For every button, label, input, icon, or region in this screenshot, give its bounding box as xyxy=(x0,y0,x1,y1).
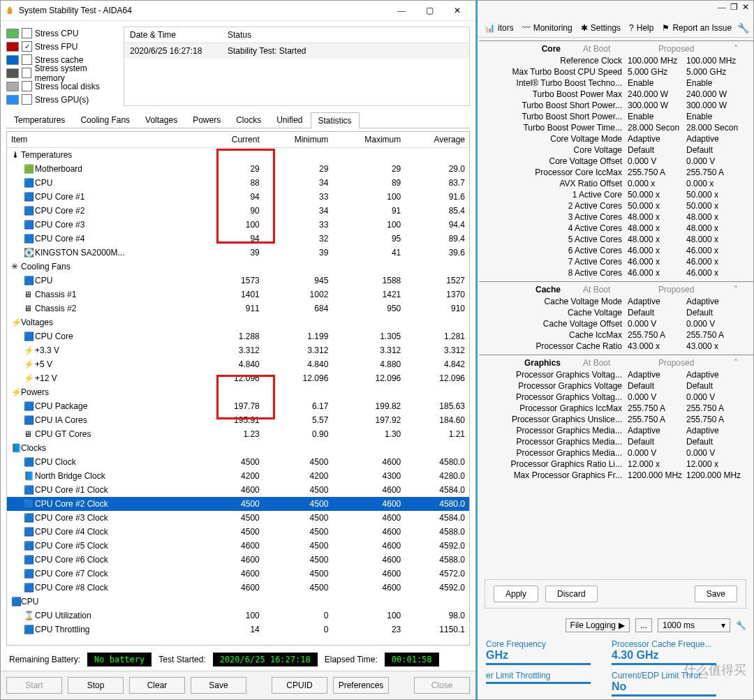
data-row[interactable]: 🟦CPU Core #5 Clock 4600450046004592.0 xyxy=(7,539,469,553)
data-row[interactable]: 🟦CPU Core #1 Clock 4600450046004584.0 xyxy=(7,483,469,497)
tab-cooling-fans[interactable]: Cooling Fans xyxy=(73,112,138,128)
close-button[interactable]: ✕ xyxy=(443,2,471,19)
preferences-button[interactable]: Preferences xyxy=(333,677,389,694)
setting-row[interactable]: Turbo Boost Power Max240.000 W240.000 W xyxy=(479,89,753,100)
col-average[interactable]: Average xyxy=(405,132,469,148)
setting-row[interactable]: 6 Active Cores46.000 x46.000 x xyxy=(479,245,753,256)
apply-button[interactable]: Apply xyxy=(494,586,538,602)
collapse-icon[interactable]: ˄ xyxy=(734,358,741,368)
data-row[interactable]: 🟦CPU 157394515881527 xyxy=(7,274,469,288)
setting-row[interactable]: Processor Graphics Voltag...AdaptiveAdap… xyxy=(479,369,753,380)
data-row[interactable]: 🟦CPU Core #4 Clock 4500450046004588.0 xyxy=(7,525,469,539)
setting-row[interactable]: 5 Active Cores48.000 x48.000 x xyxy=(479,234,753,245)
xtu-close-button[interactable]: ✕ xyxy=(742,2,749,17)
setting-row[interactable]: Turbo Boost Power Time...28.000 Secon28.… xyxy=(479,122,753,133)
file-logging-toggle[interactable]: File Logging▶ xyxy=(566,618,630,632)
data-row[interactable]: 🟦CPU Core #2 Clock 4500450046004580.0 xyxy=(7,497,469,511)
col-maximum[interactable]: Maximum xyxy=(332,132,405,148)
setting-row[interactable]: Cache VoltageDefaultDefault xyxy=(479,307,753,318)
setting-row[interactable]: Max Processor Graphics Fr...1200.000 MHz… xyxy=(479,470,753,481)
minimize-button[interactable]: — xyxy=(387,2,415,19)
setting-row[interactable]: 1 Active Core50.000 x50.000 x xyxy=(479,189,753,200)
statistics-grid[interactable]: ItemCurrentMinimumMaximumAverage🌡Tempera… xyxy=(6,131,470,646)
stress-checkbox[interactable] xyxy=(22,81,32,91)
setting-row[interactable]: 4 Active Cores48.000 x48.000 x xyxy=(479,223,753,234)
setting-row[interactable]: Processor Graphics VoltageDefaultDefault xyxy=(479,380,753,392)
setting-row[interactable]: Processor Core IccMax255.750 A255.750 A xyxy=(479,167,753,178)
setting-row[interactable]: Core VoltageDefaultDefault xyxy=(479,144,753,156)
setting-row[interactable]: Processor Graphics IccMax255.750 A255.75… xyxy=(479,403,753,414)
clear-button[interactable]: Clear xyxy=(129,677,185,694)
setting-row[interactable]: Processor Graphics Media...0.000 V0.000 … xyxy=(479,447,753,459)
setting-row[interactable]: Cache IccMax255.750 A255.750 A xyxy=(479,329,753,341)
setting-row[interactable]: Processor Cache Ratio43.000 x43.000 x xyxy=(479,341,753,352)
data-row[interactable]: 🖥Chassis #1 1401100214211370 xyxy=(7,288,469,301)
stress-checkbox[interactable] xyxy=(22,28,32,38)
setting-row[interactable]: Turbo Boost Short Power...300.000 W300.0… xyxy=(479,100,753,111)
monitor-card[interactable]: er Limit Throttling xyxy=(486,671,591,697)
setting-row[interactable]: 3 Active Cores48.000 x48.000 x xyxy=(479,211,753,223)
setting-row[interactable]: 2 Active Cores50.000 x50.000 x xyxy=(479,200,753,211)
data-row[interactable]: 🟦CPU Core #3 Clock 4500450046004584.0 xyxy=(7,511,469,525)
setting-row[interactable]: Cache Voltage ModeAdaptiveAdaptive xyxy=(479,296,753,307)
data-row[interactable]: 🟦CPU Core #7 Clock 4600450046004572.0 xyxy=(7,567,469,581)
tab-statistics[interactable]: Statistics xyxy=(311,112,360,128)
col-item[interactable]: Item xyxy=(7,132,205,148)
interval-select[interactable]: 1000 ms▾ xyxy=(658,618,730,632)
collapse-icon[interactable]: ˄ xyxy=(734,44,741,54)
toolbar-itors[interactable]: 📊itors xyxy=(485,23,514,33)
tab-clocks[interactable]: Clocks xyxy=(228,112,269,128)
tab-powers[interactable]: Powers xyxy=(185,112,228,128)
setting-row[interactable]: Intel® Turbo Boost Techno...EnableEnable xyxy=(479,77,753,89)
setting-row[interactable]: AVX Ratio Offset0.000 x0.000 x xyxy=(479,178,753,189)
tab-unified[interactable]: Unified xyxy=(269,112,310,128)
stress-checkbox[interactable] xyxy=(22,54,32,65)
setting-row[interactable]: Core Voltage ModeAdaptiveAdaptive xyxy=(479,133,753,144)
toolbar-settings[interactable]: ✱Settings xyxy=(581,23,621,33)
setting-row[interactable]: 8 Active Cores46.000 x46.000 x xyxy=(479,267,753,278)
col-minimum[interactable]: Minimum xyxy=(264,132,333,148)
setting-row[interactable]: Processor Graphics Voltag...0.000 V0.000… xyxy=(479,392,753,403)
setting-row[interactable]: Core Voltage Offset0.000 V0.000 V xyxy=(479,156,753,167)
tab-temperatures[interactable]: Temperatures xyxy=(6,112,73,128)
toolbar-help[interactable]: ?Help xyxy=(629,23,653,33)
data-row[interactable]: 🟦CPU Throttling 140231150.1 xyxy=(7,623,469,636)
stress-checkbox[interactable]: ✓ xyxy=(22,41,32,52)
stress-checkbox[interactable] xyxy=(22,94,32,105)
data-row[interactable]: 🖥Chassis #2 911684950910 xyxy=(7,301,469,315)
stop-button[interactable]: Stop xyxy=(68,677,124,694)
setting-row[interactable]: Processor Graphics Unslice...255.750 A25… xyxy=(479,414,753,425)
data-row[interactable]: 🟦CPU Clock 4500450046004580.0 xyxy=(7,455,469,469)
save-button[interactable]: Save xyxy=(191,677,246,694)
setting-row[interactable]: 7 Active Cores46.000 x46.000 x xyxy=(479,256,753,267)
setting-row[interactable]: Max Turbo Boost CPU Speed5.000 GHz5.000 … xyxy=(479,66,753,77)
group-row[interactable]: ⚡Voltages xyxy=(7,315,469,329)
data-row[interactable]: 🟦CPU Core 1.2881.1991.3051.281 xyxy=(7,329,469,343)
xtu-main[interactable]: Core At Boot Proposed ˄Reference Clock10… xyxy=(478,38,753,574)
setting-row[interactable]: Cache Voltage Offset0.000 V0.000 V xyxy=(479,318,753,329)
tab-voltages[interactable]: Voltages xyxy=(138,112,185,128)
toolbar-monitoring[interactable]: 〰Monitoring xyxy=(522,23,572,33)
setting-row[interactable]: Reference Clock100.000 MHz100.000 MHz xyxy=(479,55,753,66)
maximize-button[interactable]: ▢ xyxy=(415,2,443,19)
setting-row[interactable]: Processor Graphics Ratio Li...12.000 x12… xyxy=(479,459,753,470)
ellipsis-button[interactable]: ... xyxy=(635,618,652,632)
wrench-icon[interactable]: 🔧 xyxy=(737,22,749,33)
col-current[interactable]: Current xyxy=(205,132,263,148)
xtu-restore-button[interactable]: ❐ xyxy=(730,2,738,17)
group-row[interactable]: ✳Cooling Fans xyxy=(7,260,469,274)
data-row[interactable]: ⌛CPU Utilization 100010098.0 xyxy=(7,609,469,623)
setting-row[interactable]: Processor Graphics Media...AdaptiveAdapt… xyxy=(479,425,753,436)
setting-row[interactable]: Processor Graphics Media...DefaultDefaul… xyxy=(479,436,753,447)
toolbar-report-an-issue[interactable]: ⚑Report an Issue xyxy=(662,23,732,33)
discard-button[interactable]: Discard xyxy=(545,586,598,602)
cpuid-button[interactable]: CPUID xyxy=(272,677,327,694)
data-row[interactable]: 🖥CPU GT Cores 1.230.901.301.21 xyxy=(7,427,469,441)
wrench-icon[interactable]: 🔧 xyxy=(736,620,746,630)
data-row[interactable]: 🟦CPU Core #6 Clock 4600450046004588.0 xyxy=(7,553,469,567)
setting-row[interactable]: Turbo Boost Short Power...EnableEnable xyxy=(479,111,753,122)
data-row[interactable]: 💽KINGSTON SA2000M... 39394139.6 xyxy=(7,246,469,260)
xtu-minimize-button[interactable]: — xyxy=(718,2,726,17)
data-row[interactable]: 📘North Bridge Clock 4200420043004280.0 xyxy=(7,469,469,483)
data-row[interactable]: ⚡+3.3 V 3.3123.3123.3123.312 xyxy=(7,343,469,357)
